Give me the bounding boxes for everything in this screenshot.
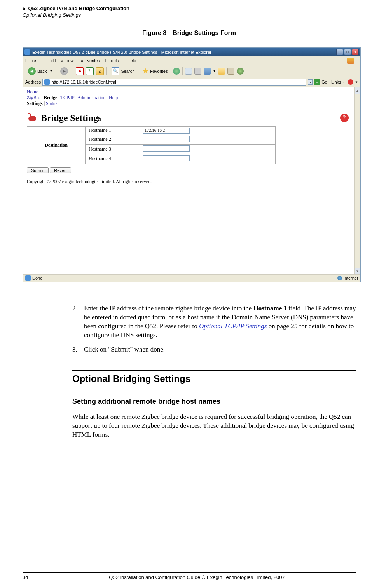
breadcrumb-nav: Home ZigBee | Bridge | TCP/IP | Administ…	[27, 89, 356, 107]
hostname-label: Hostname 1	[86, 126, 140, 135]
back-button[interactable]: ◄Back▼	[25, 66, 55, 76]
maximize-button[interactable]: □	[344, 49, 351, 55]
forward-button[interactable]: ►	[58, 66, 71, 76]
link-tcpip-settings[interactable]: Optional TCP/IP Settings	[199, 322, 267, 330]
address-label: Address	[25, 80, 41, 84]
address-bar: Address http://172.16.16.1/bridgeConf.ht…	[23, 77, 360, 88]
toolbar: ◄Back▼ ► ✕ ↻ ⌂ 🔍Search Favorites ▼	[23, 65, 360, 77]
exegin-logo-icon	[27, 113, 37, 123]
window-titlebar: Exegin Technologies Q52 ZigBee Bridge ( …	[23, 48, 360, 56]
windows-flag-icon	[347, 58, 354, 64]
page-viewport: Home ZigBee | Bridge | TCP/IP | Administ…	[23, 88, 360, 274]
page-icon	[44, 79, 50, 85]
section-paragraph: While at least one remote Zigbee bridge …	[72, 413, 356, 439]
menu-tools[interactable]: Tools	[105, 58, 119, 63]
help-icon[interactable]: ?	[340, 114, 349, 122]
security-zone: Internet	[334, 276, 358, 280]
copyright-text: Copyright © 2007 exegin technologies lim…	[27, 179, 356, 185]
menu-help[interactable]: Help	[124, 58, 136, 63]
zone-label: Internet	[344, 276, 358, 280]
address-dropdown[interactable]: ▾	[308, 79, 313, 85]
nav-tcpip[interactable]: TCP/IP	[61, 95, 75, 100]
header-line1: 6. Q52 Zigbee PAN and Bridge Configurati…	[23, 5, 356, 12]
section-heading: Optional Bridging Settings	[72, 373, 356, 384]
destination-label: Destination	[27, 126, 86, 164]
minimize-button[interactable]: _	[336, 49, 343, 55]
stop-button[interactable]: ✕	[76, 67, 84, 75]
separator	[182, 67, 183, 75]
done-icon	[25, 275, 31, 281]
mail-icon[interactable]	[185, 68, 192, 75]
menu-view[interactable]: View	[61, 58, 74, 63]
favorites-button[interactable]: Favorites	[140, 67, 170, 75]
hostname-label: Hostname 4	[86, 154, 140, 164]
home-button[interactable]: ⌂	[96, 67, 104, 75]
footer-text: Q52 Installation and Configuration Guide…	[38, 574, 356, 580]
menu-bar: File Edit View Favorites Tools Help	[23, 56, 360, 65]
step-number: 3.	[72, 345, 84, 354]
status-done: Done	[32, 276, 42, 280]
step-text: Enter the IP address of the remote zigbe…	[84, 304, 356, 340]
nav-admin[interactable]: Administration	[77, 95, 106, 100]
page-number: 34	[23, 574, 38, 580]
folder-icon[interactable]	[218, 68, 225, 75]
scrollbar[interactable]	[354, 88, 360, 274]
page-header: 6. Q52 Zigbee PAN and Bridge Configurati…	[23, 5, 356, 19]
discuss-icon[interactable]	[227, 68, 234, 75]
search-button[interactable]: 🔍Search	[109, 66, 137, 76]
menu-edit[interactable]: Edit	[45, 58, 56, 63]
close-button[interactable]: ✕	[352, 49, 359, 55]
status-bar: Done Internet	[23, 274, 360, 282]
hostname1-input[interactable]: 172.16.16.2	[143, 128, 190, 134]
url-text: http://172.16.16.1/bridgeConf.html	[51, 80, 116, 84]
plugin-icon[interactable]	[348, 79, 353, 85]
nav-status[interactable]: Status	[46, 101, 57, 106]
refresh-button[interactable]: ↻	[86, 67, 94, 75]
hostname2-input[interactable]	[143, 136, 190, 142]
instructions: 2. Enter the IP address of the remote zi…	[72, 304, 356, 354]
submit-button[interactable]: Submit	[27, 167, 49, 173]
browser-screenshot: Exegin Technologies Q52 ZigBee Bridge ( …	[23, 47, 361, 282]
figure-caption: Figure 8—Bridge Settings Form	[23, 30, 356, 37]
separator	[106, 67, 107, 75]
separator	[73, 67, 73, 75]
hostname-label: Hostname 3	[86, 144, 140, 154]
print-icon[interactable]	[194, 68, 201, 75]
menu-favorites[interactable]: Favorites	[79, 58, 100, 63]
menu-file[interactable]: File	[25, 58, 40, 63]
subsection-heading: Setting additional remote bridge host na…	[72, 397, 356, 406]
hostname3-input[interactable]	[143, 145, 190, 152]
page-footer: 34 Q52 Installation and Configuration Gu…	[23, 572, 356, 580]
hostname4-input[interactable]	[143, 155, 190, 161]
hostname-label: Hostname 2	[86, 135, 140, 144]
messenger-icon[interactable]	[237, 68, 244, 75]
nav-home[interactable]: Home	[27, 89, 38, 94]
nav-zigbee[interactable]: ZigBee	[27, 95, 40, 100]
revert-button[interactable]: Revert	[50, 167, 71, 173]
step-text: Click on "Submit" when done.	[84, 345, 356, 354]
page-title: Bridge Settings	[41, 113, 102, 123]
nav-bridge[interactable]: Bridge	[44, 95, 58, 100]
nav-help[interactable]: Help	[109, 95, 118, 100]
bridge-settings-form: Destination Hostname 1 172.16.16.2 Hostn…	[27, 126, 276, 164]
step-number: 2.	[72, 304, 84, 340]
links-label[interactable]: Links »	[331, 80, 344, 84]
internet-zone-icon	[337, 276, 342, 280]
edit-icon[interactable]	[204, 68, 211, 75]
nav-settings[interactable]: Settings	[27, 101, 43, 106]
section-rule	[72, 370, 356, 371]
address-input[interactable]: http://172.16.16.1/bridgeConf.html	[42, 79, 306, 86]
window-title: Exegin Technologies Q52 ZigBee Bridge ( …	[32, 50, 336, 54]
go-button[interactable]: →Go	[314, 79, 327, 85]
header-line2: Optional Bridging Settings	[23, 12, 356, 19]
ie-icon	[24, 49, 30, 55]
history-icon[interactable]	[173, 68, 180, 75]
